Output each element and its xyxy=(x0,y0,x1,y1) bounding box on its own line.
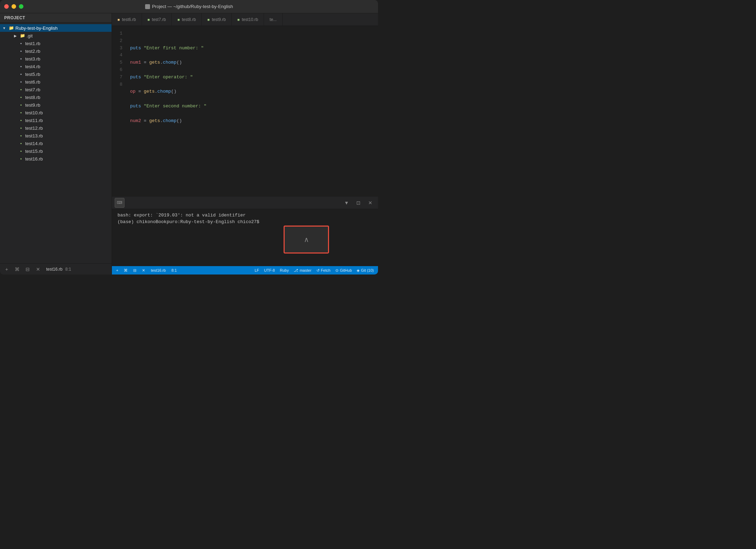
status-bar: + ⌘ ⊟ ✕ test16.rb 8:1 LF UTF-8 Ruby ⎇ ma… xyxy=(112,266,378,274)
status-lf[interactable]: LF xyxy=(255,268,259,272)
terminal-keyboard-button[interactable]: ⌨ xyxy=(115,198,124,208)
popup-arrow-icon: ∧ xyxy=(304,235,309,244)
sidebar-item-test4.rb[interactable]: ▪ test4.rb xyxy=(0,63,112,70)
sidebar-item-test14.rb[interactable]: ▪ test14.rb xyxy=(0,140,112,147)
sidebar-item-test3.rb[interactable]: ▪ test3.rb xyxy=(0,55,112,63)
status-close-btn[interactable]: ✕ xyxy=(142,268,145,273)
sidebar-content: ▼ 📁 Ruby-test-by-English ▶ 📁 .git ▪ test… xyxy=(0,23,112,263)
sidebar-item-test11.rb[interactable]: ▪ test11.rb xyxy=(0,116,112,124)
minimize-button[interactable] xyxy=(12,4,16,9)
popup-overlay: ∧ xyxy=(284,226,329,254)
status-terminal-btn[interactable]: ⌘ xyxy=(124,268,128,273)
status-split-btn[interactable]: ⊟ xyxy=(133,268,136,273)
close-panel-button[interactable]: ✕ xyxy=(34,265,42,273)
close-icon: ✕ xyxy=(142,268,145,273)
sidebar-item-label: test8.rb xyxy=(25,95,40,100)
status-right: LF UTF-8 Ruby ⎇ master ↺ Fetch ⊙ GitHub … xyxy=(255,268,374,273)
file-doc-icon: ▪ xyxy=(18,94,24,100)
tabs-bar: ■ test6.rb ■ test7.rb ■ test8.rb ■ test9… xyxy=(112,13,378,26)
sidebar-item-test15.rb[interactable]: ▪ test15.rb xyxy=(0,147,112,155)
sidebar: Project ▼ 📁 Ruby-test-by-English ▶ 📁 .gi… xyxy=(0,13,112,274)
sidebar-item-label: test2.rb xyxy=(25,49,40,54)
tab-file-icon: ■ xyxy=(148,17,150,22)
folder-icon-git: 📁 xyxy=(20,33,25,38)
sidebar-item-test12.rb[interactable]: ▪ test12.rb xyxy=(0,124,112,132)
file-doc-icon: ▪ xyxy=(18,133,24,138)
sidebar-item-label: test14.rb xyxy=(25,141,43,146)
sidebar-item-test1.rb[interactable]: ▪ test1.rb xyxy=(0,40,112,47)
terminal-button[interactable]: ⌘ xyxy=(13,265,21,273)
line-number: 3 xyxy=(112,45,122,52)
status-github[interactable]: ⊙ GitHub xyxy=(335,268,352,273)
sidebar-item-git[interactable]: ▶ 📁 .git xyxy=(0,32,112,40)
status-add-btn[interactable]: + xyxy=(116,268,118,272)
sidebar-item-test13.rb[interactable]: ▪ test13.rb xyxy=(0,132,112,140)
sidebar-root-item[interactable]: ▼ 📁 Ruby-test-by-English xyxy=(0,24,112,32)
tab-test7[interactable]: ■ test7.rb xyxy=(142,13,172,26)
sidebar-item-test9.rb[interactable]: ▪ test9.rb xyxy=(0,101,112,109)
refresh-icon: ↺ xyxy=(316,268,320,273)
maximize-button[interactable] xyxy=(19,4,23,9)
sidebar-item-label: test12.rb xyxy=(25,126,43,131)
line-number: 1 xyxy=(112,30,122,37)
tab-file-icon: ■ xyxy=(237,17,240,22)
right-panel: ■ test6.rb ■ test7.rb ■ test8.rb ■ test9… xyxy=(112,13,378,274)
terminal-content[interactable]: bash: export: `2019.03': not a valid ide… xyxy=(112,209,378,266)
sidebar-item-label: test5.rb xyxy=(25,72,40,77)
sidebar-item-test6.rb[interactable]: ▪ test6.rb xyxy=(0,78,112,86)
sidebar-item-label: test6.rb xyxy=(25,79,40,85)
sidebar-item-test2.rb[interactable]: ▪ test2.rb xyxy=(0,47,112,55)
file-doc-icon: ▪ xyxy=(18,64,24,69)
sidebar-item-label: test9.rb xyxy=(25,102,40,108)
file-doc-icon: ▪ xyxy=(18,148,24,154)
file-doc-icon: ▪ xyxy=(18,48,24,54)
line-number: 2 xyxy=(112,37,122,45)
close-button[interactable] xyxy=(4,4,9,9)
file-list: ▪ test1.rb ▪ test2.rb ▪ test3.rb ▪ test4… xyxy=(0,40,112,163)
line-number: 7 xyxy=(112,74,122,81)
tab-test9[interactable]: ■ test9.rb xyxy=(202,13,232,26)
file-doc-icon: ▪ xyxy=(18,87,24,92)
tab-test10[interactable]: ■ test10.rb xyxy=(232,13,264,26)
expand-arrow-git: ▶ xyxy=(13,33,18,38)
status-language[interactable]: Ruby xyxy=(280,268,289,272)
sidebar-item-label: test13.rb xyxy=(25,133,43,138)
tab-file-icon: ■ xyxy=(177,17,180,22)
footer-position: 8:1 xyxy=(65,267,71,272)
status-encoding[interactable]: UTF-8 xyxy=(264,268,275,272)
add-panel-button[interactable]: + xyxy=(3,265,10,273)
git-icon: ◈ xyxy=(357,268,359,273)
sidebar-item-label: test15.rb xyxy=(25,149,43,154)
sidebar-item-label: test7.rb xyxy=(25,87,40,92)
terminal-close-button[interactable]: ✕ xyxy=(365,198,375,208)
sidebar-item-label: test1.rb xyxy=(25,41,40,46)
line-number: 8 xyxy=(112,81,122,88)
sidebar-item-test5.rb[interactable]: ▪ test5.rb xyxy=(0,70,112,78)
terminal-chevron-button[interactable]: ▼ xyxy=(342,198,351,208)
tab-test8[interactable]: ■ test8.rb xyxy=(172,13,202,26)
sidebar-item-test10.rb[interactable]: ▪ test10.rb xyxy=(0,109,112,116)
code-editor[interactable]: puts "Enter first number: " num1 = gets.… xyxy=(126,26,378,196)
expand-arrow: ▼ xyxy=(1,25,7,31)
tab-test6[interactable]: ■ test6.rb xyxy=(112,13,142,26)
tab-more[interactable]: te... xyxy=(264,13,283,26)
split-button[interactable]: ⊟ xyxy=(24,265,31,273)
sidebar-item-label: test4.rb xyxy=(25,64,40,69)
sidebar-item-label: test11.rb xyxy=(25,118,43,123)
status-git[interactable]: ◈ Git (10) xyxy=(357,268,374,273)
plus-icon: + xyxy=(116,268,118,272)
terminal-resize-button[interactable]: ⊡ xyxy=(354,198,363,208)
file-doc-icon: ▪ xyxy=(18,41,24,46)
status-fetch[interactable]: ↺ Fetch xyxy=(316,268,331,273)
split-icon: ⊟ xyxy=(133,268,136,273)
sidebar-item-test8.rb[interactable]: ▪ test8.rb xyxy=(0,93,112,101)
file-doc-icon: ▪ xyxy=(18,125,24,131)
sidebar-item-test16.rb[interactable]: ▪ test16.rb xyxy=(0,155,112,163)
editor-area: 1 2 3 4 5 6 7 8 puts "Enter first number… xyxy=(112,26,378,196)
sidebar-item-label: test16.rb xyxy=(25,156,43,162)
status-branch[interactable]: ⎇ master xyxy=(294,268,312,273)
sidebar-item-test7.rb[interactable]: ▪ test7.rb xyxy=(0,86,112,93)
window-title: Project — ~/github/Ruby-test-by-English xyxy=(145,4,233,9)
line-number: 4 xyxy=(112,52,122,59)
file-icon xyxy=(145,4,150,9)
